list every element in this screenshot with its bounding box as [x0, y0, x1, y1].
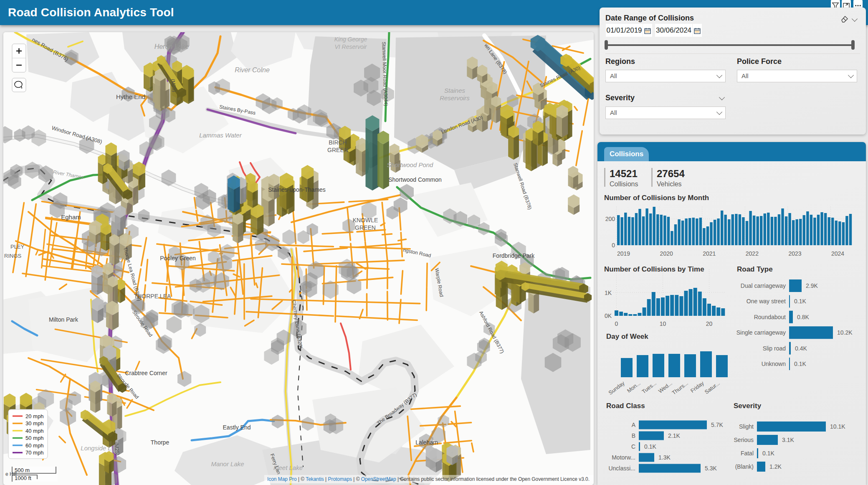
svg-text:2022: 2022: [746, 250, 759, 257]
svg-text:Thorpe: Thorpe: [151, 439, 170, 446]
svg-text:5.7K: 5.7K: [711, 422, 723, 428]
svg-text:BIRCH: BIRCH: [329, 139, 347, 146]
svg-text:10.1K: 10.1K: [830, 423, 845, 430]
svg-text:2023: 2023: [788, 250, 801, 257]
svg-text:0.4K: 0.4K: [795, 345, 807, 352]
svg-text:(Blank): (Blank): [735, 463, 754, 470]
svg-text:Staines-upon-Thames: Staines-upon-Thames: [268, 186, 326, 193]
svg-text:70 mph: 70 mph: [25, 449, 43, 456]
svg-text:2019: 2019: [617, 250, 630, 257]
svg-text:Satur...: Satur...: [704, 380, 721, 395]
svg-text:Thurs...: Thurs...: [671, 380, 689, 396]
svg-text:Heron Lake: Heron Lake: [154, 43, 189, 50]
svg-text:e Hill: e Hill: [5, 471, 17, 477]
svg-text:Friday: Friday: [689, 380, 705, 394]
svg-text:0.1K: 0.1K: [762, 450, 774, 457]
svg-text:0.1K: 0.1K: [644, 443, 656, 450]
svg-text:One way street: One way street: [747, 298, 786, 305]
svg-text:Sunday: Sunday: [607, 380, 626, 396]
svg-text:Lammas Water: Lammas Water: [199, 132, 242, 139]
svg-text:(M25): (M25): [114, 442, 121, 455]
svg-text:10: 10: [660, 320, 666, 327]
svg-text:500 m: 500 m: [15, 467, 30, 473]
svg-text:40 mph: 40 mph: [25, 428, 43, 434]
svg-text:2021: 2021: [703, 250, 716, 257]
svg-text:20 mph: 20 mph: [25, 413, 43, 419]
svg-text:0: 0: [612, 242, 615, 249]
svg-text:Icon Map Pro | © Tekantis | Pr: Icon Map Pro | © Tekantis | Protomaps | …: [267, 476, 590, 482]
svg-text:30 mph: 30 mph: [25, 420, 43, 427]
svg-text:Shortwood Pond: Shortwood Pond: [387, 161, 434, 168]
svg-text:Egham: Egham: [61, 213, 81, 221]
svg-text:Slight: Slight: [739, 423, 754, 430]
svg-text:200: 200: [605, 216, 615, 222]
svg-text:3.1K: 3.1K: [782, 437, 794, 443]
svg-text:Shortwood Common: Shortwood Common: [388, 176, 442, 183]
svg-text:Laleham: Laleham: [415, 439, 438, 446]
svg-text:Single carriageway: Single carriageway: [736, 329, 786, 336]
svg-text:Manor Lake: Manor Lake: [211, 460, 244, 467]
svg-text:B: B: [632, 432, 635, 439]
svg-text:Fatal: Fatal: [741, 450, 754, 457]
svg-text:20: 20: [706, 320, 713, 327]
svg-text:Motorw...: Motorw...: [612, 454, 635, 461]
svg-text:2.9K: 2.9K: [806, 282, 818, 289]
svg-text:Eastly End: Eastly End: [223, 424, 251, 431]
svg-text:Unknown: Unknown: [762, 361, 786, 367]
svg-text:5.3K: 5.3K: [705, 465, 717, 472]
svg-text:0.1K: 0.1K: [794, 298, 806, 305]
svg-text:RINGS: RINGS: [4, 253, 22, 259]
svg-text:King George: King George: [334, 36, 367, 43]
svg-text:Crabtree Corner: Crabtree Corner: [125, 370, 167, 376]
svg-text:1.3K: 1.3K: [658, 454, 671, 461]
svg-text:Fordbridge Park: Fordbridge Park: [493, 252, 535, 259]
svg-text:1000 ft: 1000 ft: [15, 475, 31, 481]
svg-text:Longside L: Longside L: [81, 444, 111, 452]
svg-text:Reservoirs: Reservoirs: [440, 94, 470, 102]
svg-text:10.2K: 10.2K: [837, 329, 853, 336]
svg-text:1K: 1K: [605, 289, 612, 296]
svg-text:2020: 2020: [660, 250, 673, 257]
svg-text:2024: 2024: [831, 250, 844, 257]
svg-text:VI Reservoir: VI Reservoir: [334, 43, 367, 50]
svg-text:PLEY: PLEY: [10, 244, 25, 250]
svg-text:Unclassi...: Unclassi...: [608, 465, 635, 472]
svg-text:0K: 0K: [605, 312, 612, 319]
svg-text:Pooley Green: Pooley Green: [160, 255, 196, 262]
svg-text:2.1K: 2.1K: [668, 432, 680, 439]
svg-text:Milton Park: Milton Park: [49, 316, 78, 323]
svg-text:Slip road: Slip road: [763, 345, 786, 352]
svg-text:0.8K: 0.8K: [797, 314, 809, 320]
svg-text:Tues...: Tues...: [640, 380, 657, 395]
svg-text:Roundabout: Roundabout: [754, 314, 786, 320]
svg-text:GREEN: GREEN: [355, 224, 376, 231]
svg-text:Mon...: Mon...: [626, 380, 642, 394]
svg-text:50 mph: 50 mph: [25, 435, 43, 441]
svg-text:Wed...: Wed...: [657, 380, 673, 394]
svg-text:Dual carriageway: Dual carriageway: [741, 282, 786, 289]
svg-text:0.1K: 0.1K: [794, 361, 806, 367]
svg-text:0: 0: [615, 320, 618, 327]
svg-text:Hythe End: Hythe End: [116, 93, 145, 100]
svg-text:Serious: Serious: [734, 437, 754, 443]
svg-text:C: C: [631, 443, 635, 450]
svg-text:River Colne: River Colne: [235, 66, 270, 74]
svg-text:1.2K: 1.2K: [769, 463, 782, 470]
svg-text:60 mph: 60 mph: [25, 442, 43, 449]
svg-text:KNOWLE: KNOWLE: [353, 217, 378, 223]
svg-text:GREEN: GREEN: [327, 147, 348, 153]
svg-text:Staines: Staines: [444, 87, 466, 94]
svg-text:A: A: [632, 422, 636, 428]
